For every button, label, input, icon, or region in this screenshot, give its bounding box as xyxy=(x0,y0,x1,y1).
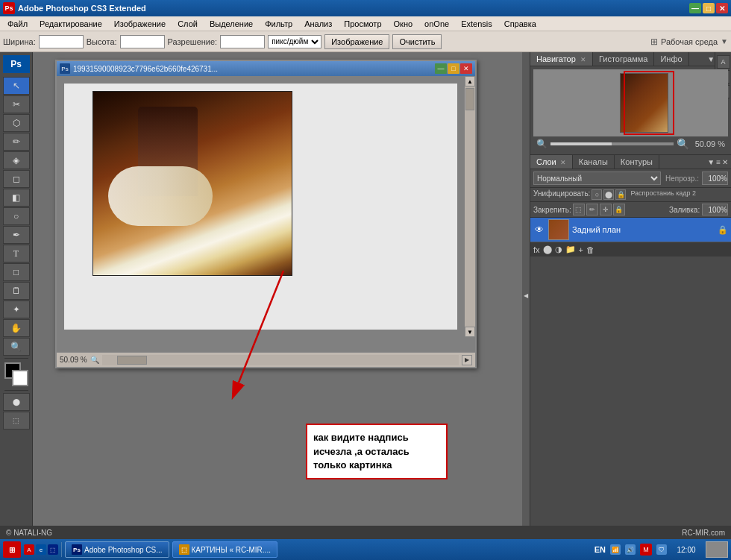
layers-menu[interactable]: ≡ xyxy=(716,158,721,166)
maximize-button[interactable]: □ xyxy=(703,3,715,13)
layers-collapse[interactable]: ▼ xyxy=(707,158,715,166)
tool-eyedropper[interactable]: ✦ xyxy=(3,301,30,318)
blend-mode-select[interactable]: Нормальный xyxy=(533,172,661,185)
lock-all[interactable]: 🔒 xyxy=(613,204,625,215)
tool-hand[interactable]: ✋ xyxy=(3,319,30,337)
start-button[interactable]: ⊞ xyxy=(3,541,21,558)
unify-icon-3[interactable]: 🔒 xyxy=(615,189,626,200)
tab-navigator[interactable]: Навигатор ✕ xyxy=(530,52,593,66)
layers-close[interactable]: ✕ xyxy=(722,158,728,166)
mini-tool-1[interactable]: A xyxy=(717,55,730,69)
doc-maximize[interactable]: □ xyxy=(448,63,459,74)
tool-quickmask[interactable]: ⬤ xyxy=(3,393,30,411)
layer-mask-icon[interactable]: ⬤ xyxy=(543,245,552,254)
width-input[interactable] xyxy=(39,35,84,48)
tool-brush[interactable]: ✏ xyxy=(3,133,30,151)
menu-file[interactable]: Файл xyxy=(1,18,34,30)
layer-adjust-icon[interactable]: ◑ xyxy=(555,245,562,254)
taskbar-clock: 12:00 xyxy=(671,546,701,554)
color-selector[interactable] xyxy=(3,361,30,388)
tab-layers[interactable]: Слои ✕ xyxy=(530,155,573,169)
layer-new-icon[interactable]: + xyxy=(579,245,583,254)
tool-crop[interactable]: ✂ xyxy=(3,95,30,113)
options-bar: Ширина: Высота: Разрешение: пикс/дюйм Из… xyxy=(0,31,731,52)
lock-position[interactable]: ✛ xyxy=(600,204,612,215)
tray-icon-1[interactable]: A xyxy=(24,544,34,555)
tray-icon-3[interactable]: ⬚ xyxy=(48,544,58,555)
menu-filter[interactable]: Фильтр xyxy=(259,18,298,30)
fill-input[interactable] xyxy=(702,204,728,215)
tab-paths[interactable]: Контуры xyxy=(615,155,659,169)
image-button[interactable]: Изображение xyxy=(324,34,389,49)
scroll-down[interactable]: ▼ xyxy=(465,327,475,337)
menu-image[interactable]: Изображение xyxy=(108,18,172,30)
menu-onone[interactable]: onOne xyxy=(418,18,455,30)
tool-stamp[interactable]: ◈ xyxy=(3,151,30,169)
scroll-right[interactable]: ▶ xyxy=(462,355,472,365)
right-panel-collapse[interactable]: ◀ xyxy=(522,52,530,539)
unify-icon-1[interactable]: ○ xyxy=(592,189,602,200)
tool-notes[interactable]: 🗒 xyxy=(3,282,30,300)
tab-channels[interactable]: Каналы xyxy=(573,155,615,169)
doc-body: ▲ ▼ xyxy=(57,76,475,352)
lock-transparent[interactable]: ⬚ xyxy=(573,204,585,215)
tool-dodge[interactable]: ○ xyxy=(3,207,30,225)
tool-zoom[interactable]: 🔍 xyxy=(3,338,30,356)
resolution-input[interactable] xyxy=(220,35,265,48)
zoom-in-icon[interactable]: 🔍 xyxy=(677,138,689,150)
menu-analyze[interactable]: Анализ xyxy=(298,18,338,30)
layer-fx-icon[interactable]: fx xyxy=(533,245,540,254)
clear-button[interactable]: Очистить xyxy=(392,34,442,49)
workspace-dropdown-icon[interactable]: ▼ xyxy=(721,37,728,45)
tab-histogram[interactable]: Гистограмма xyxy=(593,52,655,66)
zoom-icon[interactable]: 🔍 xyxy=(90,356,99,364)
horizontal-scrollbar[interactable] xyxy=(102,355,459,365)
tab-info[interactable]: Инфо xyxy=(654,52,688,66)
opacity-input[interactable] xyxy=(702,172,728,185)
tool-text[interactable]: T xyxy=(3,245,30,262)
tab-layers-close[interactable]: ✕ xyxy=(560,159,566,166)
menu-view[interactable]: Просмотр xyxy=(338,18,387,30)
layer-delete-icon[interactable]: 🗑 xyxy=(586,245,594,254)
nav-thumbnail xyxy=(533,69,728,136)
menu-select[interactable]: Выделение xyxy=(204,18,259,30)
tray-icon-2[interactable]: e xyxy=(36,544,46,555)
menu-extensis[interactable]: Extensis xyxy=(455,18,498,30)
nav-zoom-slider[interactable] xyxy=(550,142,674,145)
scroll-thumb-h[interactable] xyxy=(117,356,147,365)
tool-lasso[interactable]: ⬡ xyxy=(3,114,30,132)
close-button[interactable]: ✕ xyxy=(716,3,728,13)
background-color[interactable] xyxy=(12,370,28,386)
layer-item[interactable]: 👁 Задний план 🔒 xyxy=(530,218,731,242)
tool-eraser[interactable]: ◻ xyxy=(3,170,30,188)
tool-gradient[interactable]: ◧ xyxy=(3,189,30,207)
tool-pen[interactable]: ✒ xyxy=(3,226,30,244)
height-input[interactable] xyxy=(120,35,165,48)
tool-selection[interactable]: ↖ xyxy=(3,77,30,95)
menu-window[interactable]: Окно xyxy=(388,18,419,30)
tool-shape[interactable]: □ xyxy=(3,263,30,281)
taskbar-web-button[interactable]: ⬚ КАРТИНЫ « RC-MIR.... xyxy=(172,541,277,558)
zoom-out-icon[interactable]: 🔍 xyxy=(536,139,548,149)
vertical-scrollbar[interactable]: ▲ ▼ xyxy=(465,76,475,337)
menu-edit[interactable]: Редактирование xyxy=(34,18,108,30)
canvas-image xyxy=(92,91,292,276)
lock-pixels[interactable]: ✏ xyxy=(586,204,598,215)
doc-close[interactable]: ✕ xyxy=(460,63,472,74)
taskbar-ps-button[interactable]: Ps Adobe Photoshop CS... xyxy=(65,541,169,558)
taskbar-quick-launch: A e ⬚ xyxy=(24,544,58,555)
scroll-thumb-v[interactable] xyxy=(465,88,474,110)
menu-layer[interactable]: Слой xyxy=(172,18,204,30)
layer-visibility-toggle[interactable]: 👁 xyxy=(533,224,545,236)
scroll-up[interactable]: ▲ xyxy=(465,76,475,86)
doc-minimize[interactable]: — xyxy=(435,63,447,74)
resolution-unit-select[interactable]: пикс/дюйм xyxy=(268,35,321,48)
tool-screen-mode[interactable]: ⬚ xyxy=(3,412,30,430)
minimize-button[interactable]: — xyxy=(689,3,701,13)
unify-icon-2[interactable]: ⬤ xyxy=(603,189,614,200)
panel-collapse[interactable]: ▼ xyxy=(707,55,715,63)
menu-help[interactable]: Справка xyxy=(498,18,542,30)
tab-navigator-close[interactable]: ✕ xyxy=(580,56,586,63)
layer-group-icon[interactable]: 📁 xyxy=(565,245,576,254)
layers-panel-controls: ▼ ≡ ✕ xyxy=(707,155,731,169)
